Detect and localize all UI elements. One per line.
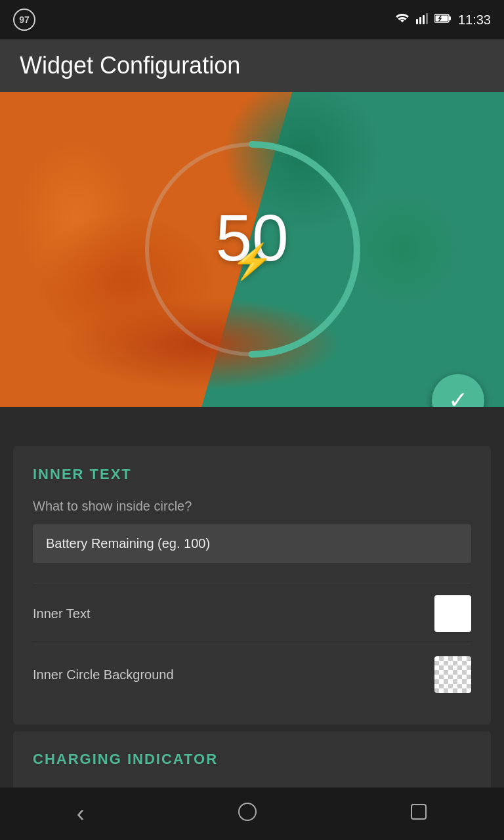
recents-button[interactable] bbox=[410, 803, 427, 825]
notification-count: 97 bbox=[19, 14, 30, 25]
settings-content: INNER TEXT What to show inside circle? B… bbox=[0, 407, 504, 803]
signal-icon bbox=[416, 12, 428, 28]
status-bar: 97 11:33 bbox=[0, 0, 504, 39]
inner-text-color-swatch[interactable] bbox=[434, 595, 471, 632]
status-bar-right: 11:33 bbox=[395, 12, 491, 28]
svg-rect-5 bbox=[449, 16, 451, 20]
svg-rect-2 bbox=[423, 15, 425, 24]
widget-preview: 50 ⚡ ✓ bbox=[0, 92, 504, 407]
back-button[interactable]: ‹ bbox=[77, 800, 85, 828]
svg-point-9 bbox=[239, 803, 256, 820]
inner-circle-bg-label: Inner Circle Background bbox=[33, 667, 174, 682]
status-time: 11:33 bbox=[458, 12, 491, 28]
inner-circle-bg-row: Inner Circle Background bbox=[33, 644, 471, 705]
svg-rect-0 bbox=[416, 19, 418, 24]
svg-rect-10 bbox=[411, 805, 426, 819]
inner-text-label: Inner Text bbox=[33, 606, 90, 621]
widget-display: 50 ⚡ bbox=[134, 131, 370, 368]
navigation-bar: ‹ bbox=[0, 788, 504, 840]
page-title: Widget Configuration bbox=[20, 52, 240, 79]
home-button[interactable] bbox=[238, 802, 257, 826]
inner-text-title: INNER TEXT bbox=[33, 466, 471, 483]
show-inside-dropdown[interactable]: Battery Remaining (eg. 100) bbox=[33, 524, 471, 563]
check-icon: ✓ bbox=[448, 387, 468, 407]
svg-rect-6 bbox=[435, 15, 448, 21]
inner-text-question: What to show inside circle? bbox=[33, 499, 471, 514]
widget-icon: ⚡ bbox=[231, 242, 274, 282]
svg-rect-1 bbox=[419, 17, 421, 24]
charging-indicator-title: CHARGING INDICATOR bbox=[33, 751, 471, 768]
status-bar-left: 97 bbox=[13, 9, 35, 31]
inner-text-row: Inner Text bbox=[33, 583, 471, 644]
battery-icon bbox=[434, 13, 452, 27]
inner-circle-bg-swatch[interactable] bbox=[434, 656, 471, 693]
notification-badge: 97 bbox=[13, 9, 35, 31]
svg-rect-3 bbox=[426, 13, 428, 24]
inner-text-section: INNER TEXT What to show inside circle? B… bbox=[13, 446, 491, 724]
dropdown-selected-value: Battery Remaining (eg. 100) bbox=[46, 536, 210, 551]
wifi-icon bbox=[395, 13, 410, 27]
app-header: Widget Configuration bbox=[0, 39, 504, 92]
